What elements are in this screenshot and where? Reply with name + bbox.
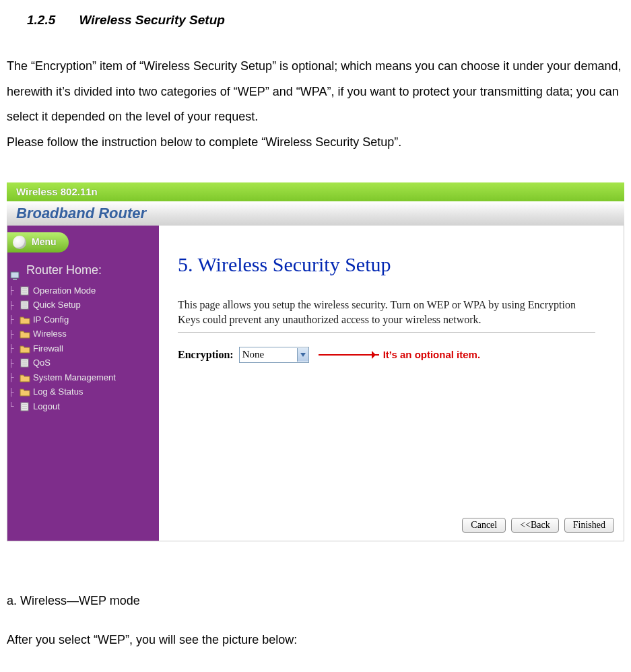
tree-line-icon: ├ bbox=[9, 343, 17, 354]
annotation: It’s an optional item. bbox=[319, 344, 480, 366]
menu-tab: Menu bbox=[7, 232, 69, 253]
tree-line-icon: ├ bbox=[9, 314, 17, 325]
folder-icon bbox=[20, 315, 30, 325]
sidebar-item-qos[interactable]: ├QoS bbox=[9, 356, 159, 370]
finished-button[interactable]: Finished bbox=[564, 518, 614, 533]
annotation-text: It’s an optional item. bbox=[383, 344, 480, 366]
svg-rect-0 bbox=[11, 272, 19, 278]
sidebar-item-label: System Management bbox=[33, 371, 116, 384]
after-line: After you select “WEP”, you will see the… bbox=[7, 628, 624, 653]
tree-line-icon: ├ bbox=[9, 329, 17, 340]
arrow-icon bbox=[319, 354, 379, 356]
encryption-select[interactable]: None bbox=[239, 347, 309, 363]
folder-icon bbox=[20, 373, 30, 382]
sidebar-item-label: Operation Mode bbox=[33, 284, 96, 298]
router-home-label: Router Home: bbox=[26, 263, 102, 277]
sidebar-item-label: Wireless bbox=[33, 327, 67, 341]
product-title: Broadband Router bbox=[7, 201, 624, 226]
folder-icon bbox=[20, 329, 30, 339]
sidebar-item-label: QoS bbox=[33, 356, 51, 370]
sidebar-item-label: Quick Setup bbox=[33, 298, 81, 312]
sidebar-item-label: Log & Status bbox=[33, 385, 83, 399]
sidebar-item-label: Logout bbox=[33, 400, 60, 413]
sidebar-item-ip-config[interactable]: ├IP Config bbox=[9, 312, 159, 327]
sidebar-item-wireless[interactable]: ├Wireless bbox=[9, 327, 159, 341]
sidebar-item-log-status[interactable]: ├Log & Status bbox=[9, 384, 159, 399]
button-bar: Cancel <<Back Finished bbox=[462, 518, 614, 533]
section-number: 1.2.5 bbox=[7, 13, 55, 27]
svg-rect-1 bbox=[13, 279, 17, 280]
sidebar-item-label: IP Config bbox=[33, 313, 69, 327]
file-icon bbox=[20, 402, 30, 411]
sidebar-item-system-management[interactable]: ├System Management bbox=[9, 370, 159, 385]
tree-line-icon: └ bbox=[9, 401, 17, 412]
file-icon bbox=[20, 286, 30, 296]
folder-icon bbox=[20, 387, 30, 397]
sidebar-item-quick-setup[interactable]: ├Quick Setup bbox=[9, 298, 159, 312]
intro-para-2: Please follow the instruction below to c… bbox=[7, 130, 624, 156]
sidebar-item-label: Firewall bbox=[33, 342, 63, 356]
sidebar-item-logout[interactable]: └Logout bbox=[9, 399, 159, 414]
file-icon bbox=[20, 300, 30, 310]
sidebar-item-firewall[interactable]: ├Firewall bbox=[9, 341, 159, 356]
chevron-down-icon bbox=[297, 348, 308, 362]
encryption-label: Encryption: bbox=[178, 343, 234, 366]
encryption-value: None bbox=[242, 344, 265, 366]
computer-icon bbox=[10, 265, 21, 276]
cancel-button[interactable]: Cancel bbox=[462, 518, 506, 533]
step-title: 5. Wireless Security Setup bbox=[178, 243, 617, 285]
tree-line-icon: ├ bbox=[9, 285, 17, 296]
tree-line-icon: ├ bbox=[9, 387, 17, 398]
tree-line-icon: ├ bbox=[9, 372, 17, 383]
folder-icon bbox=[20, 344, 30, 354]
tree-line-icon: ├ bbox=[9, 358, 17, 369]
section-heading: 1.2.5 Wireless Security Setup bbox=[7, 7, 624, 34]
file-icon bbox=[20, 358, 30, 368]
menu-label: Menu bbox=[32, 232, 57, 252]
subsection-a: a. Wireless—WEP mode bbox=[7, 589, 624, 614]
divider bbox=[178, 332, 595, 333]
back-button[interactable]: <<Back bbox=[511, 518, 559, 533]
sidebar-item-operation-mode[interactable]: ├Operation Mode bbox=[9, 283, 159, 298]
step-description: This page allows you setup the wireless … bbox=[178, 298, 595, 327]
svg-marker-18 bbox=[300, 353, 306, 357]
section-title: Wireless Security Setup bbox=[79, 13, 225, 27]
main-panel: 5. Wireless Security Setup This page all… bbox=[159, 226, 624, 541]
router-home[interactable]: Router Home: bbox=[7, 258, 159, 283]
intro-para-1: The “Encryption” item of “Wireless Secur… bbox=[7, 54, 624, 130]
sidebar: Menu Router Home: ├Operation Mode├Quick … bbox=[7, 226, 159, 541]
tree-line-icon: ├ bbox=[9, 300, 17, 311]
router-screenshot: Wireless 802.11n Broadband Router Menu R… bbox=[7, 182, 624, 541]
